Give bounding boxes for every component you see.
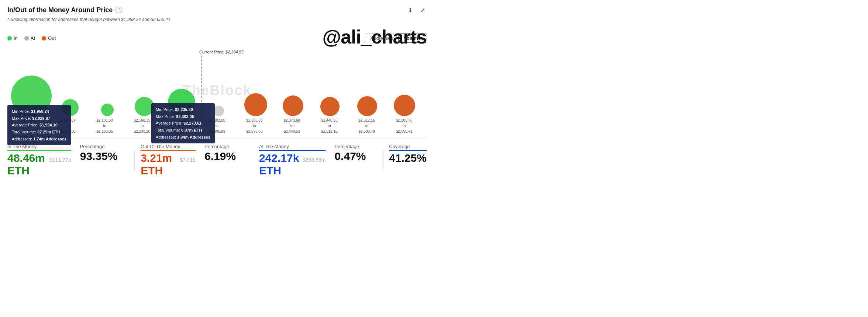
price-range-9: $2,512.16to$2,583.78 <box>348 118 385 134</box>
in-the-money-label: In The Money <box>7 144 71 151</box>
download-icon[interactable]: ⬇ <box>406 6 414 14</box>
at-eth: 242.17k ETH <box>259 152 300 177</box>
out-label: Out Of The Money <box>141 144 196 151</box>
divider-1 <box>134 150 135 171</box>
at-pct-label: Percentage <box>334 144 366 149</box>
in-pct-val: 93.35% <box>80 150 118 163</box>
at-label: At The Money <box>259 144 326 151</box>
current-price-line <box>201 56 244 120</box>
price-range-3: $2,168.35to$2,235.20 <box>123 118 161 134</box>
coverage-pct: 41.25% <box>389 152 427 164</box>
in-eth: 48.46m ETH <box>7 152 47 177</box>
stat-at-money: At The Money 242.17k ETH $558.55m <box>259 144 334 177</box>
coverage-label: Coverage <box>389 144 427 151</box>
stat-out-of-money: Out Of The Money 3.21m ETH $7.41b <box>141 144 204 177</box>
out-usd: $7.41b <box>180 157 196 163</box>
price-range-4: $2,235.20to$2,302.05 <box>161 118 198 134</box>
bubble-9[interactable] <box>357 96 377 116</box>
bubble-1[interactable] <box>62 99 79 116</box>
stat-at-pct: Percentage 0.47% <box>334 144 377 163</box>
at-usd: $558.55m <box>303 157 326 163</box>
bubble-4[interactable] <box>168 89 195 116</box>
current-price-label: Current Price: $2,304.95 <box>199 50 244 54</box>
divider-3 <box>383 150 383 171</box>
out-pct-label: Percentage <box>204 144 236 149</box>
stat-in-pct: Percentage 93.35% <box>80 144 129 163</box>
stat-in-the-money: In The Money 48.46m ETH $111.77b <box>7 144 80 177</box>
price-range-2: $2,101.50to$2,168.35 <box>86 118 123 134</box>
help-icon[interactable]: ? <box>116 7 122 13</box>
stat-out-pct: Percentage 6.19% <box>204 144 247 163</box>
bubble-7[interactable] <box>283 95 303 116</box>
stats-row: In The Money 48.46m ETH $111.77b Percent… <box>7 138 427 177</box>
bubble-0[interactable] <box>11 76 52 116</box>
price-range-1: $2,029.87to$2,101.50 <box>48 118 86 134</box>
price-range-7: $2,373.68to$2,440.53 <box>273 118 310 134</box>
expand-icon[interactable]: ⤢ <box>418 6 427 14</box>
watermark-text: @ali_charts <box>322 26 427 48</box>
chart-title: In/Out of the Money Around Price <box>7 6 113 14</box>
divider-2 <box>253 150 253 171</box>
at-pct-val: 0.47% <box>334 150 366 163</box>
chart-area: Current Price: $2,304.95 TheBlock Min Pr… <box>7 46 427 135</box>
price-range-0: $1,958.24to$2,029.87 <box>11 118 48 134</box>
price-range-10: $2,583.78to$2,655.41 <box>386 118 423 134</box>
stat-coverage: Coverage 41.25% <box>389 144 427 164</box>
subtitle: * Showing information for addresses that… <box>7 17 427 22</box>
in-usd: $111.77b <box>49 157 71 163</box>
bubble-3[interactable] <box>135 97 154 116</box>
bubble-6[interactable] <box>244 93 267 116</box>
price-range-8: $2,440.53to$2,512.16 <box>311 118 348 134</box>
bubble-2[interactable] <box>101 104 114 116</box>
bubble-10[interactable] <box>394 95 415 116</box>
out-eth: 3.21m ETH <box>141 152 178 177</box>
in-pct-label: Percentage <box>80 144 118 149</box>
bubble-8[interactable] <box>320 97 340 116</box>
out-pct-val: 6.19% <box>204 150 236 163</box>
